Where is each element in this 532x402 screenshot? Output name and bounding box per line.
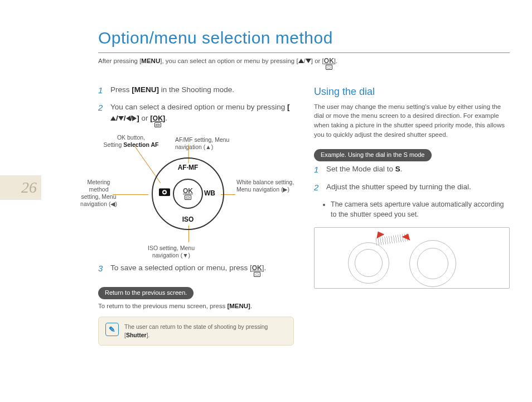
note-icon: ✎ (105, 323, 119, 336)
dial-label-iso: ISO (152, 215, 224, 224)
svg-point-2 (163, 191, 166, 193)
page-title: Option/menu selection method (98, 26, 510, 50)
step-1: Press [MENU] in the Shooting mode. (98, 84, 294, 95)
step-2: You can select a desired option or menu … (98, 102, 294, 127)
ok-icon: OK▭ (324, 58, 334, 70)
section-heading-dial: Using the dial (314, 84, 510, 99)
step-3: To save a selected option or menu, press… (98, 262, 294, 277)
pill-example: Example. Using the dial in the S mode (314, 149, 432, 161)
camera-dial-figure (314, 227, 510, 289)
dial: AF·MF WB ISO OK▭ (152, 157, 224, 230)
dial-label-afmf: AF·MF (152, 163, 224, 173)
right-bullet: The camera sets aperture value automatic… (331, 199, 510, 219)
return-text: To return to the previous menu screen, p… (98, 302, 294, 311)
page-number-badge: 26 (0, 175, 41, 200)
callout-metering: Metering method setting, Menu navigation… (79, 179, 118, 208)
callout-ok: OK button, Setting Selection AF (100, 134, 162, 149)
callout-wb: White balance setting, Menu navigation (… (236, 179, 298, 193)
right-step-1: Set the Mode dial to S. (314, 164, 510, 175)
triangle-down-icon (306, 59, 311, 63)
callout-iso: ISO setting, Menu navigation (▼) (135, 245, 207, 259)
dial-diagram: OK button, Setting Selection AF AF/MF se… (79, 134, 313, 258)
intro-text: After pressing [MENU], you can select an… (98, 56, 510, 70)
right-step-2: Adjust the shutter speed by turning the … (314, 181, 510, 193)
dial-center-ok: OK▭ (173, 179, 203, 209)
callout-afmf: AF/MF setting, Menu navigation (▲) (175, 136, 248, 151)
note-box: ✎ The user can return to the state of sh… (98, 317, 294, 346)
pill-return: Return to the previous screen. (98, 287, 194, 299)
triangle-up-icon (298, 59, 304, 63)
dial-paragraph: The user may change the menu setting's v… (314, 102, 510, 140)
title-rule (98, 52, 510, 53)
left-column: Press [MENU] in the Shooting mode. You c… (98, 84, 294, 346)
right-column: Using the dial The user may change the m… (314, 84, 510, 346)
note-text: The user can return to the state of shoo… (124, 323, 287, 339)
